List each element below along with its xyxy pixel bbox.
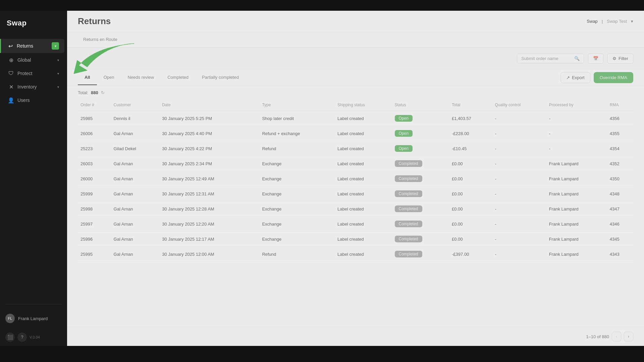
- user-avatar: FL: [5, 314, 15, 323]
- cell-status-9: Completed: [392, 247, 449, 262]
- subnav-returns-en-route[interactable]: Returns en Route: [78, 32, 123, 47]
- filter-button[interactable]: ⚙ Filter: [607, 53, 633, 64]
- cell-qc-0: -: [492, 111, 546, 126]
- users-icon: 👤: [8, 97, 14, 103]
- filter-label: Filter: [619, 56, 628, 61]
- sidebar-item-protect[interactable]: 🛡 Protect ▾: [3, 67, 64, 80]
- col-rma: RMA: [607, 99, 633, 111]
- sidebar-nav: ↩ Returns ▾ ⊕ Global ▾ 🛡 Protect ▾ ✕ Inv…: [0, 36, 67, 300]
- sidebar-footer: ⬛ ? V.0.04: [0, 328, 67, 346]
- table-row[interactable]: 25996 Gal Arnan 30 January 2025 12:17 AM…: [78, 232, 633, 247]
- calendar-button[interactable]: 📅: [588, 53, 603, 64]
- cell-type-7: Exchange: [259, 217, 335, 232]
- topbar-chevron[interactable]: ▾: [631, 19, 633, 24]
- sidebar: Swap ↩ Returns ▾ ⊕ Global ▾ 🛡 Protect ▾: [0, 11, 67, 346]
- table-row[interactable]: 25995 Gal Arnan 30 January 2025 12:00 AM…: [78, 247, 633, 262]
- override-rma-button[interactable]: Override RMA: [594, 72, 633, 83]
- cell-shipping-5: Label created: [335, 186, 392, 201]
- brand-separator: |: [602, 19, 603, 24]
- cell-status-3: Completed: [392, 156, 449, 171]
- tab-open[interactable]: Open: [97, 70, 121, 85]
- sidebar-item-label-users: Users: [17, 98, 30, 103]
- topbar: Returns Swap | Swap Test ▾: [67, 11, 644, 32]
- cell-rma-6: 4347: [607, 201, 633, 217]
- tab-needs-review[interactable]: Needs review: [121, 70, 161, 85]
- cell-qc-3: -: [492, 156, 546, 171]
- sidebar-item-label-returns: Returns: [17, 43, 33, 49]
- table-row[interactable]: 26000 Gal Arnan 30 January 2025 12:49 AM…: [78, 171, 633, 186]
- table-row[interactable]: 25998 Gal Arnan 30 January 2025 12:28 AM…: [78, 201, 633, 217]
- export-button[interactable]: ↗ Export: [560, 72, 590, 83]
- cell-type-9: Refund: [259, 247, 335, 262]
- table-row[interactable]: 25997 Gal Arnan 30 January 2025 12:20 AM…: [78, 217, 633, 232]
- cell-rma-1: 4355: [607, 126, 633, 141]
- tab-completed[interactable]: Completed: [161, 70, 195, 85]
- cell-shipping-6: Label created: [335, 201, 392, 217]
- returns-dropdown-button[interactable]: ▾: [52, 42, 59, 50]
- cell-date-9: 30 January 2025 12:00 AM: [159, 247, 259, 262]
- cell-date-2: 30 January 2025 4:22 PM: [159, 141, 259, 156]
- table-total: Total: 880 ↻: [78, 90, 105, 95]
- bottom-bar: [0, 346, 644, 362]
- global-icon: ⊕: [8, 57, 14, 63]
- cell-type-0: Shop later credit: [259, 111, 335, 126]
- cell-total-9: -£397.00: [449, 247, 492, 262]
- cell-total-2: -£10.45: [449, 141, 492, 156]
- sidebar-footer-icon2[interactable]: ?: [17, 333, 27, 342]
- col-order: Order #: [78, 99, 111, 111]
- table-row[interactable]: 25999 Gal Arnan 30 January 2025 12:31 AM…: [78, 186, 633, 201]
- sidebar-item-label-inventory: Inventory: [17, 84, 37, 89]
- cell-processed-6: Frank Lampard: [546, 201, 607, 217]
- table-row[interactable]: 25985 Dennis il 30 January 2025 5:25 PM …: [78, 111, 633, 126]
- refresh-icon[interactable]: ↻: [101, 90, 105, 95]
- cell-date-5: 30 January 2025 12:31 AM: [159, 186, 259, 201]
- table-row[interactable]: 26006 Gal Arnan 30 January 2025 4:40 PM …: [78, 126, 633, 141]
- cell-processed-2: -: [546, 141, 607, 156]
- cell-shipping-0: Label created: [335, 111, 392, 126]
- subnav: Returns en Route: [67, 32, 644, 48]
- table-row[interactable]: 26003 Gal Arnan 30 January 2025 2:34 PM …: [78, 156, 633, 171]
- table-row[interactable]: 25223 Gilad Dekel 30 January 2025 4:22 P…: [78, 141, 633, 156]
- pagination-next[interactable]: ›: [624, 332, 633, 341]
- returns-table: Order # Customer Date Type Shipping stat…: [78, 99, 633, 262]
- tab-partially-completed[interactable]: Partially completed: [195, 70, 246, 85]
- pagination: 1–10 of 880 ‹ ›: [67, 327, 644, 346]
- cell-date-0: 30 January 2025 5:25 PM: [159, 111, 259, 126]
- cell-total-7: £0.00: [449, 217, 492, 232]
- sidebar-item-global[interactable]: ⊕ Global ▾: [3, 54, 64, 66]
- table-toolbar: Total: 880 ↻: [67, 86, 644, 99]
- cell-date-7: 30 January 2025 12:20 AM: [159, 217, 259, 232]
- table-action-buttons: ↗ Export Override RMA: [560, 69, 633, 86]
- topbar-right: Swap | Swap Test ▾: [587, 19, 633, 24]
- version-label: V.0.04: [30, 335, 40, 339]
- pagination-prev[interactable]: ‹: [612, 332, 621, 341]
- cell-date-1: 30 January 2025 4:40 PM: [159, 126, 259, 141]
- total-count: 880: [91, 90, 98, 95]
- app-logo: Swap: [0, 11, 67, 36]
- subnav-label: Returns en Route: [83, 37, 117, 42]
- search-icon[interactable]: 🔍: [574, 56, 580, 61]
- chevron-icon-inventory: ▾: [57, 85, 59, 89]
- cell-processed-8: Frank Lampard: [546, 232, 607, 247]
- cell-order-0: 25985: [78, 111, 111, 126]
- table-container: Order # Customer Date Type Shipping stat…: [67, 99, 644, 327]
- sidebar-item-inventory[interactable]: ✕ Inventory ▾: [3, 80, 64, 93]
- col-customer: Customer: [111, 99, 160, 111]
- cell-type-8: Exchange: [259, 232, 335, 247]
- cell-total-8: £0.00: [449, 232, 492, 247]
- cell-customer-9: Gal Arnan: [111, 247, 160, 262]
- cell-shipping-4: Label created: [335, 171, 392, 186]
- cell-order-9: 25995: [78, 247, 111, 262]
- sidebar-item-users[interactable]: 👤 Users: [3, 94, 64, 107]
- col-processed-by: Processed by: [546, 99, 607, 111]
- cell-status-7: Completed: [392, 217, 449, 232]
- search-box[interactable]: Submit order name 🔍: [517, 54, 584, 63]
- subnav-panel: Returns en Route: [67, 32, 644, 48]
- cell-status-1: Open: [392, 126, 449, 141]
- cell-qc-7: -: [492, 217, 546, 232]
- tab-all[interactable]: All: [78, 70, 97, 85]
- cell-rma-7: 4346: [607, 217, 633, 232]
- cell-shipping-2: Label created: [335, 141, 392, 156]
- cell-shipping-7: Label created: [335, 217, 392, 232]
- sidebar-item-returns[interactable]: ↩ Returns ▾: [0, 39, 64, 53]
